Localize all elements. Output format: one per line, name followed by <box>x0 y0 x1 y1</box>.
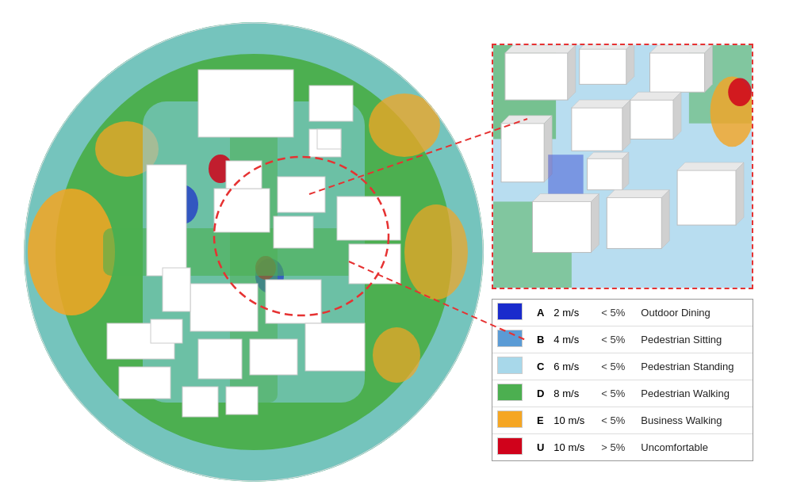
svg-point-5 <box>28 189 115 315</box>
legend-speed: 6 m/s <box>549 353 596 380</box>
svg-point-47 <box>728 78 752 106</box>
legend-speed: 2 m/s <box>549 300 596 326</box>
legend-swatch-cell <box>492 353 532 380</box>
svg-rect-24 <box>274 216 313 248</box>
svg-marker-74 <box>661 189 669 248</box>
legend-letter: C <box>532 353 549 380</box>
legend-color-swatch <box>497 330 523 347</box>
legend-row: E 10 m/s < 5% Business Walking <box>492 407 753 433</box>
svg-rect-54 <box>650 52 705 91</box>
svg-rect-22 <box>226 161 262 189</box>
legend-description: Pedestrian Sitting <box>636 326 753 353</box>
svg-marker-73 <box>607 189 669 197</box>
svg-rect-17 <box>198 70 293 137</box>
legend-letter: D <box>532 380 549 407</box>
svg-marker-56 <box>705 45 713 92</box>
svg-rect-34 <box>317 129 341 149</box>
legend-swatch-cell <box>492 300 532 326</box>
legend-color-swatch <box>497 410 523 428</box>
legend-color-swatch <box>497 357 523 374</box>
legend-description: Pedestrian Walking <box>636 380 753 407</box>
circle-map <box>24 22 484 482</box>
svg-point-8 <box>404 204 468 300</box>
main-container: A 2 m/s < 5% Outdoor Dining B 4 m/s < 5%… <box>0 0 812 504</box>
legend-speed: 10 m/s <box>549 407 596 433</box>
svg-point-9 <box>373 327 420 383</box>
legend-letter: E <box>532 407 549 433</box>
svg-rect-78 <box>548 155 583 193</box>
svg-rect-36 <box>226 387 258 414</box>
svg-rect-48 <box>505 52 568 99</box>
svg-marker-68 <box>622 152 629 189</box>
legend-color-swatch <box>497 437 523 455</box>
legend-description: Pedestrian Standing <box>636 353 753 380</box>
svg-rect-21 <box>214 189 270 232</box>
map-svg <box>24 22 484 482</box>
legend-percent: > 5% <box>596 433 636 460</box>
svg-rect-31 <box>305 323 365 371</box>
svg-marker-70 <box>532 193 599 201</box>
zoom-svg <box>493 45 752 288</box>
legend-row: U 10 m/s > 5% Uncomfortable <box>492 433 753 460</box>
legend-row: C 6 m/s < 5% Pedestrian Standing <box>492 353 753 380</box>
legend-swatch-cell <box>492 326 532 353</box>
svg-rect-28 <box>266 280 321 323</box>
legend-letter: A <box>532 300 549 326</box>
svg-rect-20 <box>147 165 186 276</box>
svg-marker-62 <box>622 100 630 151</box>
svg-rect-72 <box>607 197 661 248</box>
legend-description: Business Walking <box>636 407 753 433</box>
right-panel: A 2 m/s < 5% Outdoor Dining B 4 m/s < 5%… <box>492 44 753 461</box>
zoom-box <box>492 44 753 289</box>
legend-letter: B <box>532 326 549 353</box>
legend-color-swatch <box>497 303 523 320</box>
legend-speed: 8 m/s <box>549 380 596 407</box>
legend-color-swatch <box>497 384 523 401</box>
legend-swatch-cell <box>492 380 532 407</box>
svg-rect-37 <box>163 268 190 311</box>
svg-marker-55 <box>650 45 713 53</box>
legend-percent: < 5% <box>596 407 636 433</box>
svg-rect-23 <box>278 177 325 212</box>
legend-speed: 4 m/s <box>549 326 596 353</box>
svg-rect-51 <box>580 48 626 83</box>
svg-rect-63 <box>630 100 673 139</box>
svg-rect-25 <box>337 197 400 240</box>
svg-marker-76 <box>677 162 744 170</box>
legend-description: Uncomfortable <box>636 433 753 460</box>
legend-swatch-cell <box>492 433 532 460</box>
svg-marker-52 <box>580 45 634 49</box>
legend-percent: < 5% <box>596 353 636 380</box>
svg-rect-75 <box>677 170 736 224</box>
legend-percent: < 5% <box>596 326 636 353</box>
svg-marker-50 <box>568 45 576 100</box>
svg-marker-64 <box>630 92 681 100</box>
svg-marker-67 <box>588 152 629 158</box>
legend-row: A 2 m/s < 5% Outdoor Dining <box>492 300 753 326</box>
legend-row: D 8 m/s < 5% Pedestrian Walking <box>492 380 753 407</box>
svg-rect-29 <box>198 339 242 379</box>
svg-rect-33 <box>119 367 170 399</box>
legend: A 2 m/s < 5% Outdoor Dining B 4 m/s < 5%… <box>492 299 753 461</box>
legend-letter: U <box>532 433 549 460</box>
svg-rect-27 <box>190 284 258 331</box>
svg-rect-38 <box>151 319 182 343</box>
svg-marker-65 <box>673 92 681 139</box>
svg-marker-71 <box>592 193 599 252</box>
svg-rect-18 <box>309 86 353 121</box>
legend-percent: < 5% <box>596 300 636 326</box>
svg-point-7 <box>369 94 440 157</box>
svg-marker-49 <box>505 45 576 53</box>
legend-swatch-cell <box>492 407 532 433</box>
legend-description: Outdoor Dining <box>636 300 753 326</box>
legend-speed: 10 m/s <box>549 433 596 460</box>
svg-rect-60 <box>572 107 622 150</box>
svg-rect-30 <box>250 339 297 375</box>
svg-rect-66 <box>588 158 622 189</box>
svg-rect-35 <box>182 387 218 417</box>
svg-rect-57 <box>501 123 544 181</box>
legend-row: B 4 m/s < 5% Pedestrian Sitting <box>492 326 753 353</box>
svg-marker-61 <box>572 100 630 108</box>
svg-rect-69 <box>532 201 591 252</box>
svg-marker-77 <box>736 162 744 225</box>
